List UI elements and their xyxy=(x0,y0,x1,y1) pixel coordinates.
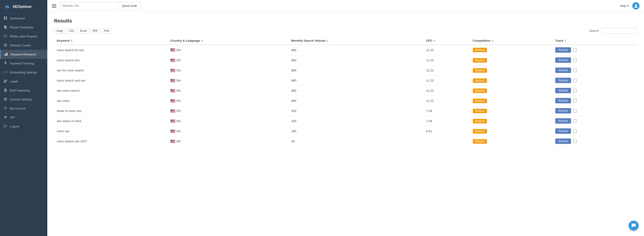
col-track[interactable]: Track⇅ xyxy=(552,37,637,45)
results-button[interactable]: Results xyxy=(555,98,571,103)
track-cell: Results xyxy=(552,76,637,86)
search-icon xyxy=(4,34,8,38)
country-cell: 🇺🇸EN xyxy=(168,116,288,126)
svg-rect-15 xyxy=(7,53,8,56)
col-competition[interactable]: Competition⇅ xyxy=(470,37,552,45)
table-row: seo share of voice🇺🇸EN3207.34Medium Resu… xyxy=(54,116,637,126)
sidebar-item-label: Dashboard xyxy=(10,17,25,20)
results-button[interactable]: Results xyxy=(555,138,571,144)
svg-point-1 xyxy=(6,6,8,7)
user-avatar[interactable] xyxy=(632,2,640,10)
results-button[interactable]: Results xyxy=(555,128,571,134)
track-checkbox[interactable] xyxy=(573,140,577,143)
col-monthly-search-volume[interactable]: Monthly Search Volume⇅ xyxy=(288,37,423,45)
sidebar-item-embedding-settings[interactable]: Embedding Settings xyxy=(0,68,47,77)
flag-icon: 🇺🇸 xyxy=(170,78,175,83)
track-checkbox[interactable] xyxy=(573,89,577,92)
track-checkbox[interactable] xyxy=(573,119,577,123)
layers-icon xyxy=(4,88,8,92)
volume-cell: 880 xyxy=(288,45,423,55)
settings-icon xyxy=(4,106,8,110)
url-input[interactable] xyxy=(60,2,118,10)
country-cell: 🇺🇸EN xyxy=(168,76,288,86)
col-cpc[interactable]: CPC⇅ xyxy=(423,37,470,45)
sort-icon: ⇅ xyxy=(326,40,328,42)
table-row: seo voice search🇺🇸EN88011.22Medium Resul… xyxy=(54,86,637,96)
track-checkbox[interactable] xyxy=(573,48,577,52)
competition-cell: Medium xyxy=(470,126,552,136)
cpc-cell: 11.22 xyxy=(423,65,470,76)
menu-toggle-button[interactable] xyxy=(52,4,56,8)
results-button[interactable]: Results xyxy=(555,78,571,83)
topbar: Quick Audit Help ▾ xyxy=(47,0,644,12)
search-label: Search: xyxy=(589,29,600,32)
pin-icon xyxy=(4,61,8,65)
track-checkbox[interactable] xyxy=(573,58,577,62)
sidebar-item-domain-settings[interactable]: Domain Settings xyxy=(0,95,47,104)
results-button[interactable]: Results xyxy=(555,88,571,93)
copy-button[interactable]: Copy xyxy=(54,28,65,34)
sidebar-item-leads[interactable]: Leads xyxy=(0,77,47,86)
competition-cell: Medium xyxy=(470,106,552,116)
svg-line-9 xyxy=(6,37,7,38)
chat-bubble-button[interactable] xyxy=(629,221,638,230)
app-name: SEOptimer xyxy=(12,5,32,9)
track-cell: Results xyxy=(552,116,637,126)
sidebar-item-bulk-reporting[interactable]: Bulk Reporting xyxy=(0,86,47,95)
volume-cell: 320 xyxy=(288,106,423,116)
sidebar-item-label: Embedding Settings xyxy=(10,71,37,74)
track-checkbox[interactable] xyxy=(573,130,577,133)
col-country-&-language[interactable]: Country & Language⇅ xyxy=(168,37,288,45)
results-button[interactable]: Results xyxy=(555,108,571,114)
track-checkbox[interactable] xyxy=(573,109,577,112)
sidebar-item-keyword-research[interactable]: Keyword Research xyxy=(0,50,47,59)
competition-cell: Medium xyxy=(470,45,552,55)
results-button[interactable]: Results xyxy=(555,58,571,63)
sidebar-item-label: Keyword Research xyxy=(10,53,36,56)
cpc-cell: 11.22 xyxy=(423,86,470,96)
competition-badge: Medium xyxy=(473,139,487,144)
track-cell: Results xyxy=(552,136,637,146)
sidebar-item-my-account[interactable]: My Account xyxy=(0,104,47,113)
track-checkbox[interactable] xyxy=(573,69,577,72)
sidebar-item-dashboard[interactable]: Dashboard xyxy=(0,14,47,23)
svg-point-16 xyxy=(4,80,6,81)
cpc-cell xyxy=(423,136,470,146)
sidebar-logo: SEOptimer xyxy=(0,0,47,14)
page-title: Results xyxy=(54,18,637,24)
results-button[interactable]: Results xyxy=(555,47,571,53)
results-button[interactable]: Results xyxy=(555,68,571,73)
link-icon xyxy=(4,115,8,119)
globe-icon xyxy=(4,43,8,47)
excel-button[interactable]: Excel xyxy=(78,28,89,34)
print-button[interactable]: Print xyxy=(101,28,112,34)
help-button[interactable]: Help ▾ xyxy=(620,4,629,8)
flag-icon: 🇺🇸 xyxy=(170,58,175,63)
track-checkbox[interactable] xyxy=(573,79,577,82)
sidebar-item-label: Domain Settings xyxy=(10,98,32,101)
csv-button[interactable]: CSV xyxy=(66,28,77,34)
pdf-button[interactable]: PDF xyxy=(90,28,100,34)
results-button[interactable]: Results xyxy=(555,118,571,124)
file-text-icon xyxy=(4,25,8,29)
svg-rect-5 xyxy=(6,18,7,20)
sidebar-item-white-label-reports[interactable]: White Label Reports xyxy=(0,32,47,41)
svg-point-21 xyxy=(5,108,6,109)
track-checkbox[interactable] xyxy=(573,99,577,102)
keyword-cell: seo voice search xyxy=(54,86,168,96)
sidebar-item-keyword-tracking[interactable]: Keyword Tracking xyxy=(0,59,47,68)
table-search-input[interactable] xyxy=(601,28,637,34)
keyword-cell: seo share of voice xyxy=(54,116,168,126)
sidebar-item-report-templates[interactable]: Report Templates xyxy=(0,23,47,32)
svg-rect-23 xyxy=(52,6,56,6)
sidebar-item-label: Bulk Reporting xyxy=(10,89,30,92)
volume-cell: 880 xyxy=(288,65,423,76)
sidebar-item-logout[interactable]: Logout xyxy=(0,122,47,131)
quick-audit-button[interactable]: Quick Audit xyxy=(118,2,141,10)
sidebar-item-label: Keyword Tracking xyxy=(10,62,34,65)
cpc-cell: 7.34 xyxy=(423,106,470,116)
col-keyword[interactable]: Keyword⇅ xyxy=(54,37,168,45)
sidebar-item-api[interactable]: API xyxy=(0,113,47,122)
sidebar-item-website-crawls[interactable]: Website Crawls xyxy=(0,41,47,50)
table-row: voice search seo🇺🇸EN88011.22Medium Resul… xyxy=(54,55,637,65)
